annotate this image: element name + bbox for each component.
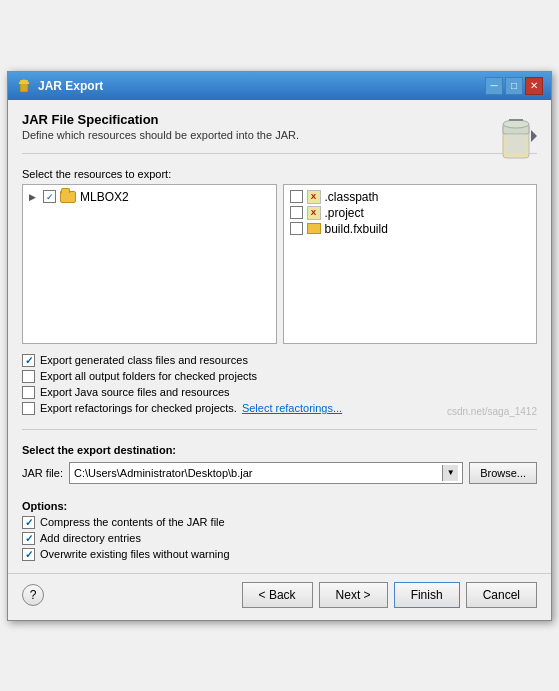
- svg-rect-6: [506, 134, 526, 154]
- file-label-project: .project: [325, 206, 364, 220]
- export-checkbox-0[interactable]: [22, 354, 35, 367]
- minimize-button[interactable]: ─: [485, 77, 503, 95]
- file-list-panel[interactable]: X .classpath X .project build.fxbuild: [283, 184, 538, 344]
- resources-panels: ▶ ✓ MLBOX2 X .classpath: [22, 184, 537, 344]
- window-title: JAR Export: [38, 79, 103, 93]
- tree-expand-arrow: ▶: [29, 192, 39, 202]
- export-checkbox-3[interactable]: [22, 402, 35, 415]
- header-area: JAR File Specification Define which reso…: [22, 112, 537, 154]
- file-label-fxbuild: build.fxbuild: [325, 222, 388, 236]
- back-button[interactable]: < Back: [242, 582, 313, 608]
- option-directory[interactable]: Add directory entries: [22, 532, 537, 545]
- jar-file-label: JAR file:: [22, 467, 63, 479]
- option-overwrite[interactable]: Overwrite existing files without warning: [22, 548, 537, 561]
- cancel-button[interactable]: Cancel: [466, 582, 537, 608]
- file-item-project[interactable]: X .project: [288, 205, 533, 221]
- file-label-classpath: .classpath: [325, 190, 379, 204]
- close-button[interactable]: ✕: [525, 77, 543, 95]
- maximize-button[interactable]: □: [505, 77, 523, 95]
- title-bar-controls: ─ □ ✕: [485, 77, 543, 95]
- dest-label: Select the export destination:: [22, 444, 537, 456]
- select-refactorings-link[interactable]: Select refactorings...: [242, 402, 342, 414]
- title-bar-left: JAR Export: [16, 78, 103, 94]
- export-option-label-2: Export Java source files and resources: [40, 386, 230, 398]
- section-title: JAR File Specification: [22, 112, 537, 127]
- finish-button[interactable]: Finish: [394, 582, 460, 608]
- bottom-buttons: ? < Back Next > Finish Cancel: [8, 573, 551, 620]
- options-section: Options: Compress the contents of the JA…: [22, 500, 537, 561]
- folder-icon-mlbox2: [60, 191, 76, 203]
- export-option-label-0: Export generated class files and resourc…: [40, 354, 248, 366]
- file-checkbox-classpath[interactable]: [290, 190, 303, 203]
- export-option-3[interactable]: Export refactorings for checked projects…: [22, 402, 537, 415]
- tree-checkbox-mlbox2[interactable]: ✓: [43, 190, 56, 203]
- options-checkboxes: Compress the contents of the JAR file Ad…: [22, 516, 537, 561]
- file-icon-project: X: [307, 206, 321, 220]
- export-option-0[interactable]: Export generated class files and resourc…: [22, 354, 537, 367]
- divider-1: [22, 429, 537, 430]
- jar-path-combobox[interactable]: C:\Users\Administrator\Desktop\b.jar ▼: [69, 462, 463, 484]
- title-bar: JAR Export ─ □ ✕: [8, 72, 551, 100]
- options-label: Options:: [22, 500, 537, 512]
- resources-label: Select the resources to export:: [22, 168, 537, 180]
- option-checkbox-compress[interactable]: [22, 516, 35, 529]
- file-item-classpath[interactable]: X .classpath: [288, 189, 533, 205]
- option-label-overwrite: Overwrite existing files without warning: [40, 548, 230, 560]
- destination-section: Select the export destination: JAR file:…: [22, 444, 537, 492]
- jar-file-row: JAR file: C:\Users\Administrator\Desktop…: [22, 462, 537, 484]
- export-option-1[interactable]: Export all output folders for checked pr…: [22, 370, 537, 383]
- combo-dropdown-arrow[interactable]: ▼: [442, 465, 458, 481]
- option-label-compress: Compress the contents of the JAR file: [40, 516, 225, 528]
- next-button[interactable]: Next >: [319, 582, 388, 608]
- svg-point-5: [503, 120, 529, 128]
- option-checkbox-overwrite[interactable]: [22, 548, 35, 561]
- help-button[interactable]: ?: [22, 584, 44, 606]
- file-icon-fxbuild: [307, 223, 321, 234]
- file-checkbox-project[interactable]: [290, 206, 303, 219]
- jar-path-text: C:\Users\Administrator\Desktop\b.jar: [74, 467, 442, 479]
- file-icon-classpath: X: [307, 190, 321, 204]
- tree-item-label-mlbox2: MLBOX2: [80, 190, 129, 204]
- export-checkbox-1[interactable]: [22, 370, 35, 383]
- option-checkbox-directory[interactable]: [22, 532, 35, 545]
- tree-panel[interactable]: ▶ ✓ MLBOX2: [22, 184, 277, 344]
- tree-item-mlbox2[interactable]: ▶ ✓ MLBOX2: [27, 189, 272, 205]
- export-option-label-1: Export all output folders for checked pr…: [40, 370, 257, 382]
- jar-icon: [495, 112, 537, 167]
- browse-button[interactable]: Browse...: [469, 462, 537, 484]
- jar-title-icon: [16, 78, 32, 94]
- main-content: JAR File Specification Define which reso…: [8, 100, 551, 573]
- resources-section: Select the resources to export: ▶ ✓ MLBO…: [22, 168, 537, 344]
- svg-point-2: [20, 79, 28, 82]
- file-checkbox-fxbuild[interactable]: [290, 222, 303, 235]
- export-options-area: Export generated class files and resourc…: [22, 354, 537, 415]
- file-item-fxbuild[interactable]: build.fxbuild: [288, 221, 533, 237]
- svg-marker-8: [531, 130, 537, 142]
- section-desc: Define which resources should be exporte…: [22, 129, 537, 141]
- option-compress[interactable]: Compress the contents of the JAR file: [22, 516, 537, 529]
- export-checkbox-2[interactable]: [22, 386, 35, 399]
- jar-export-window: JAR Export ─ □ ✕ JAR File Specification …: [7, 71, 552, 621]
- export-option-label-3: Export refactorings for checked projects…: [40, 402, 237, 414]
- option-label-directory: Add directory entries: [40, 532, 141, 544]
- export-option-2[interactable]: Export Java source files and resources: [22, 386, 537, 399]
